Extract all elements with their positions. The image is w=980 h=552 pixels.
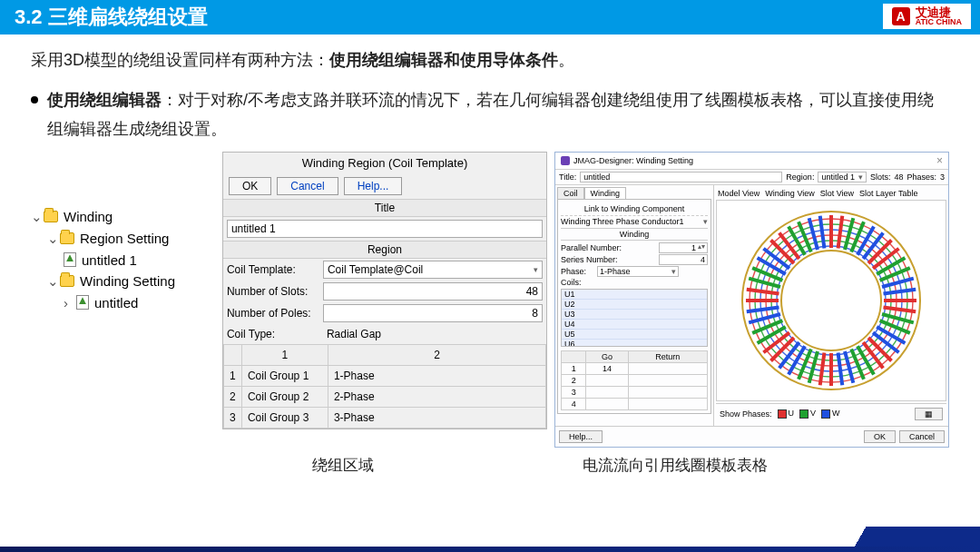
col-1: 1 (241, 344, 328, 365)
svg-rect-49 (862, 232, 885, 260)
list-item[interactable]: U3 (562, 310, 707, 320)
coil-template-label: Coil Template: (227, 263, 323, 276)
coil-group-table: 1 2 1 Coil Group 1 1-Phase 2 Coil Group … (223, 344, 546, 429)
chevron-down-icon: ▾ (858, 172, 863, 182)
chevron-down-icon: ⌄ (47, 273, 58, 290)
go-return-table: GoReturn 114 2 3 4 (561, 350, 708, 410)
svg-rect-15 (862, 341, 885, 370)
close-icon[interactable]: × (936, 154, 943, 167)
coil-template-select[interactable]: Coil Template@Coil ▾ (323, 261, 543, 279)
ok-button[interactable]: OK (864, 430, 896, 443)
title-input[interactable]: untitled (580, 172, 782, 182)
list-item[interactable]: U1 (562, 290, 707, 300)
intro-t2: 使用绕组编辑器和使用导体条件 (329, 51, 558, 69)
help-button[interactable]: Help... (344, 177, 403, 195)
tab-slot-view[interactable]: Slot View (820, 189, 854, 198)
coil-type-label: Coil Type: (227, 328, 323, 340)
tab-winding[interactable]: Winding (584, 187, 627, 199)
chevron-down-icon[interactable]: ▾ (703, 217, 708, 226)
title-label: Title: (559, 172, 576, 182)
tree-node-winding-setting[interactable]: ⌄ Winding Setting (31, 271, 215, 292)
svg-rect-33 (747, 288, 779, 296)
phase-label: Phase: (561, 267, 597, 276)
chevron-right-icon: › (64, 295, 74, 310)
poles-label: Number of Poles: (227, 307, 323, 320)
svg-rect-20 (829, 353, 833, 386)
svg-rect-50 (867, 239, 893, 264)
legend-v[interactable]: V (799, 409, 816, 419)
window-title: JMAG-Designer: Winding Setting (573, 156, 693, 165)
parallel-input[interactable]: 1▴▾ (659, 242, 708, 253)
legend-w[interactable]: W (821, 409, 840, 419)
intro-t3: 。 (558, 51, 574, 69)
tree-node-winding[interactable]: ⌄ Winding (31, 206, 215, 228)
tree-node-untitled[interactable]: › untitled (31, 292, 215, 313)
ok-button[interactable]: OK (229, 177, 271, 195)
table-row[interactable]: 2 (562, 374, 708, 386)
tree-node-region-setting[interactable]: ⌄ Region Setting (31, 228, 215, 250)
tree-label: untitled (94, 295, 138, 310)
winding-region-dialog: Winding Region (Coil Template) OK Cancel… (222, 152, 547, 429)
svg-rect-32 (746, 299, 779, 302)
tree-label: Region Setting (80, 231, 169, 246)
bullet-item: 使用绕组编辑器：对于对称/不考虑支路并联环流的情况下，若在几何编辑器创建绕组使用… (31, 85, 949, 144)
coils-list[interactable]: U1 U2 U3 U4 U5 U6 U7 U8 (561, 289, 708, 347)
tab-coil[interactable]: Coil (557, 187, 584, 199)
section-region: Region (223, 241, 546, 259)
region-select[interactable]: untitled 1▾ (818, 172, 867, 182)
show-phases-label: Show Phases: (720, 409, 772, 419)
svg-rect-45 (837, 215, 845, 248)
svg-rect-44 (829, 215, 833, 248)
tab-winding-view[interactable]: Winding View (765, 189, 814, 198)
caption-winding-region: 绕组区域 (312, 455, 374, 476)
list-item[interactable]: U4 (562, 320, 707, 330)
title-input[interactable]: untitled 1 (227, 220, 543, 238)
document-icon (64, 252, 76, 267)
chevron-down-icon: ⌄ (47, 231, 58, 247)
winding-setting-dialog: JMAG-Designer: Winding Setting × Title: … (554, 152, 949, 448)
tree-label: untitled 1 (82, 252, 137, 268)
table-row[interactable]: 3 Coil Group 3 3-Phase (223, 407, 545, 428)
svg-rect-39 (778, 232, 800, 260)
winding-diagram-icon (736, 205, 926, 396)
tree-label: Winding Setting (80, 273, 175, 289)
svg-rect-19 (837, 352, 845, 385)
phases-value: 3 (940, 172, 945, 182)
list-item[interactable]: U5 (562, 330, 707, 340)
grid-icon[interactable]: ▦ (915, 408, 943, 420)
chevron-down-icon: ▾ (671, 267, 676, 276)
tab-model-view[interactable]: Model View (718, 189, 760, 198)
list-item[interactable]: U6 (562, 340, 707, 347)
legend-u[interactable]: U (778, 409, 795, 419)
coil-type-value: Radial Gap (323, 326, 543, 342)
slots-label: Number of Slots: (227, 285, 323, 298)
table-row[interactable]: 114 (562, 362, 708, 374)
list-item[interactable]: U2 (562, 300, 707, 310)
svg-rect-25 (778, 341, 800, 370)
svg-rect-26 (769, 336, 795, 361)
table-row[interactable]: 1 Coil Group 1 1-Phase (223, 365, 545, 386)
svg-rect-8 (884, 299, 916, 302)
tab-slot-layer-table[interactable]: Slot Layer Table (859, 189, 917, 198)
dialog-title: Winding Region (Coil Template) (223, 153, 546, 173)
phases-label: Phases: (906, 172, 936, 182)
folder-icon (60, 232, 74, 244)
series-value: 4 (659, 254, 708, 265)
table-row[interactable]: 2 Coil Group 2 2-Phase (223, 386, 545, 407)
table-row[interactable]: 3 (562, 386, 708, 398)
cancel-button[interactable]: Cancel (277, 177, 338, 195)
svg-rect-27 (762, 331, 790, 354)
col-2: 2 (328, 344, 545, 365)
svg-rect-13 (872, 331, 900, 354)
parallel-label: Parallel Number: (561, 243, 659, 252)
help-button[interactable]: Help... (559, 430, 603, 443)
phase-select[interactable]: 1-Phase▾ (597, 266, 679, 277)
svg-rect-21 (818, 352, 827, 385)
table-row[interactable]: 4 (562, 398, 708, 409)
document-icon (76, 295, 89, 310)
spinner-icon: ▴▾ (698, 245, 705, 250)
link-winding-component[interactable]: Link to Winding Component (561, 202, 708, 216)
cancel-button[interactable]: Cancel (899, 430, 945, 443)
tree-node-untitled1[interactable]: untitled 1 (31, 250, 215, 271)
svg-rect-14 (867, 336, 893, 361)
